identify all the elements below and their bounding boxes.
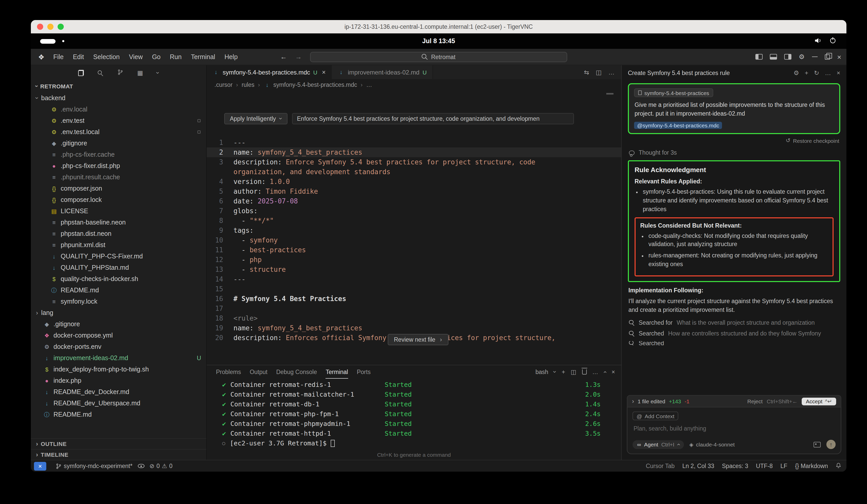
menu-view[interactable]: View (124, 53, 147, 61)
review-next-file-button[interactable]: Review next file › (388, 334, 448, 345)
tab-symfony-5.4-best-practices.mdc[interactable]: ↓symfony-5.4-best-practices.mdcU× (207, 65, 332, 79)
timeline-section[interactable]: › TIMELINE (31, 449, 206, 460)
attached-file-chip[interactable]: symfony-5.4-best-practices (634, 88, 713, 97)
chevron-down-icon[interactable]: › (155, 72, 161, 74)
breadcrumb-item[interactable]: .cursor (214, 82, 233, 88)
search-icon[interactable] (98, 70, 103, 76)
close-tab-icon[interactable]: × (322, 69, 326, 76)
searched-row[interactable]: SearchedHow are controllers structured a… (629, 331, 839, 337)
accept-button[interactable]: Accept ^↵ (802, 397, 836, 405)
attach-image-icon[interactable] (814, 441, 821, 447)
file-.php-cs-fixer.dist.php[interactable]: ●.php-cs-fixer.dist.php (31, 160, 206, 172)
file-index_deploy-from-php-to-twig.sh[interactable]: $index_deploy-from-php-to-twig.sh (31, 364, 206, 375)
file-.env.test.local[interactable]: ⚙.env.test.local (31, 127, 206, 138)
close-button[interactable]: × (837, 53, 841, 61)
split-editor-icon[interactable]: ◫ (596, 69, 602, 76)
file-index.php[interactable]: ●index.php (31, 375, 206, 386)
restore-checkpoint-button[interactable]: ↺ Restore checkpoint (629, 138, 839, 144)
toggle-panel-icon[interactable] (770, 54, 777, 59)
menu-file[interactable]: File (49, 53, 68, 61)
file-README_dev_Uberspace.md[interactable]: ↓README_dev_Uberspace.md (31, 398, 206, 409)
close-panel-icon[interactable]: × (837, 70, 840, 76)
file-phpstan.dist.neon[interactable]: ≡phpstan.dist.neon (31, 228, 206, 239)
close-panel-icon[interactable]: × (612, 369, 615, 375)
more-actions-icon[interactable]: … (592, 369, 598, 375)
kill-terminal-icon[interactable] (582, 369, 587, 374)
menu-run[interactable]: Run (165, 53, 186, 61)
file-.php-cs-fixer.cache[interactable]: ≡.php-cs-fixer.cache (31, 149, 206, 160)
file-phpunit.xml.dist[interactable]: ≡phpunit.xml.dist (31, 239, 206, 251)
outline-section[interactable]: › OUTLINE (31, 438, 206, 449)
toggle-sidebar-icon[interactable] (756, 54, 763, 59)
reject-button[interactable]: Reject (747, 398, 763, 404)
menu-edit[interactable]: Edit (68, 53, 88, 61)
new-terminal-icon[interactable]: + (561, 369, 565, 375)
settings-icon[interactable]: ⚙ (793, 70, 799, 76)
file-.phpunit.result.cache[interactable]: ≡.phpunit.result.cache (31, 172, 206, 183)
problems-indicator[interactable]: ⊘ 0 ⚠ 0 (149, 462, 172, 470)
searched-row[interactable]: Searched forWhat is the overall project … (629, 320, 839, 326)
history-icon[interactable]: ↻ (814, 70, 819, 76)
forward-button[interactable]: → (295, 53, 302, 61)
git-branch-indicator[interactable]: symfony-mdc-experiment* (55, 463, 132, 469)
apply-mode-dropdown[interactable]: Apply Intelligently › (224, 113, 287, 124)
model-selector[interactable]: ◈ claude-4-sonnet (689, 441, 735, 448)
file-.env.test[interactable]: ⚙.env.test (31, 115, 206, 127)
panel-tab-output[interactable]: Output (250, 365, 267, 379)
folder-backend[interactable]: ›backend (31, 92, 206, 104)
file-README.md[interactable]: ⓘREADME.md (31, 409, 206, 420)
menu-selection[interactable]: Selection (89, 53, 125, 61)
chat-input-box[interactable]: @ Add Context Plan, search, build anythi… (627, 407, 841, 454)
chevron-up-icon[interactable]: › (602, 371, 608, 373)
explorer-section-header[interactable]: › RETROMAT (31, 81, 206, 92)
code-editor[interactable]: Apply Intelligently › Enforce Symfony 5.… (207, 90, 621, 365)
settings-gear-icon[interactable]: ⚙ (799, 53, 804, 61)
terminal-output[interactable]: ✔Container retromat-redis-1Started1.3s✔C… (207, 379, 621, 451)
minimap-collapsed-indicator[interactable] (606, 93, 613, 95)
status-lf[interactable]: LF (780, 463, 787, 469)
agent-mode-selector[interactable]: ∞ Agent Ctrl+I › (632, 440, 684, 449)
notifications-bell-icon[interactable] (836, 462, 841, 470)
file-README.md[interactable]: ⓘREADME.md (31, 285, 206, 296)
split-terminal-icon[interactable]: ◫ (571, 368, 577, 375)
file-composer.lock[interactable]: {}composer.lock (31, 194, 206, 206)
panel-tab-terminal[interactable]: Terminal (326, 365, 348, 379)
explorer-icon[interactable] (78, 70, 84, 76)
panel-tab-ports[interactable]: Ports (357, 365, 371, 379)
status--markdown[interactable]: {} Markdown (795, 463, 828, 469)
command-center-search[interactable]: Retromat (310, 52, 567, 62)
status-spaces-3[interactable]: Spaces: 3 (722, 463, 748, 469)
file-LICENSE[interactable]: ▤LICENSE (31, 206, 206, 217)
file-QUALITY_PHPStan.md[interactable]: ↓QUALITY_PHPStan.md (31, 262, 206, 273)
source-control-icon[interactable] (117, 68, 124, 78)
terminal-prompt[interactable]: ○ [ec2-user 3.7G Retromat]$ (222, 438, 601, 448)
new-chat-icon[interactable]: + (805, 70, 809, 76)
more-actions-icon[interactable]: … (608, 69, 614, 76)
tab-improvement-ideas-02.md[interactable]: ↓improvement-ideas-02.mdU (332, 65, 433, 79)
file-docker-ports.env[interactable]: ⚙docker-ports.env (31, 341, 206, 352)
breadcrumb-item[interactable]: rules (242, 82, 255, 88)
eye-icon[interactable] (138, 464, 144, 468)
file-phpstan-baseline.neon[interactable]: ≡phpstan-baseline.neon (31, 217, 206, 228)
breadcrumb-item[interactable]: … (366, 82, 372, 88)
toggle-secondary-sidebar-icon[interactable] (784, 54, 791, 59)
rule-description-input[interactable]: Enforce Symfony 5.4 best practices for p… (292, 113, 574, 124)
status-utf-8[interactable]: UTF-8 (756, 463, 773, 469)
menu-help[interactable]: Help (220, 53, 242, 61)
terminal-shell-label[interactable]: bash (536, 369, 548, 375)
file-docker-compose.yml[interactable]: ❖docker-compose.yml (31, 330, 206, 341)
file-.env.local[interactable]: ⚙.env.local (31, 104, 206, 115)
file-composer.json[interactable]: {}composer.json (31, 183, 206, 194)
file-README_dev_Docker.md[interactable]: ↓README_dev_Docker.md (31, 386, 206, 398)
extensions-icon[interactable]: ▦ (137, 69, 143, 77)
menu-go[interactable]: Go (147, 53, 165, 61)
more-actions-icon[interactable]: … (825, 70, 831, 76)
open-changes-icon[interactable]: ⇆ (584, 69, 589, 76)
send-button[interactable]: ↑ (826, 440, 836, 449)
file-symfony.lock[interactable]: ≡symfony.lock (31, 296, 206, 307)
file-QUALITY_PHP-CS-Fixer.md[interactable]: ↓QUALITY_PHP-CS-Fixer.md (31, 251, 206, 262)
chevron-down-icon[interactable]: › (552, 371, 558, 373)
restore-button[interactable] (825, 54, 830, 59)
file-.gitignore[interactable]: ◆.gitignore (31, 138, 206, 149)
panel-tab-debug-console[interactable]: Debug Console (276, 365, 317, 379)
